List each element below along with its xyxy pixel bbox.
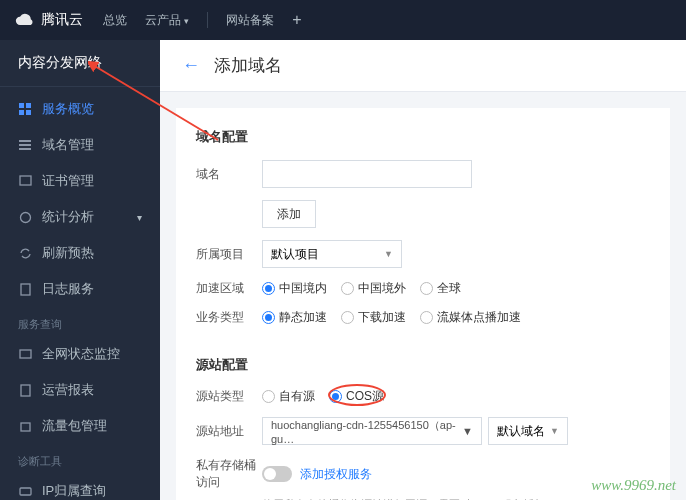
sidebar-item-monitor[interactable]: 全网状态监控: [0, 336, 160, 372]
grid-icon: [18, 102, 32, 116]
svg-rect-1: [26, 103, 31, 108]
sidebar-item-label: 刷新预热: [42, 244, 94, 262]
label-origin-type: 源站类型: [196, 388, 262, 405]
sidebar-item-report[interactable]: 运营报表: [0, 372, 160, 408]
sidebar-title: 内容分发网络: [0, 40, 160, 86]
chart-icon: [18, 210, 32, 224]
section-origin-config: 源站配置: [196, 356, 650, 374]
svg-rect-13: [20, 488, 31, 495]
sidebar-item-label: 证书管理: [42, 172, 94, 190]
sidebar-item-overview[interactable]: 服务概览: [0, 91, 160, 127]
doc-icon: [18, 282, 32, 296]
nav-plus-icon[interactable]: +: [292, 11, 301, 29]
sidebar-item-ip[interactable]: IP归属查询: [0, 473, 160, 500]
main-content: ← 添加域名 域名配置 域名 添加 所属项目 默认项目 ▼ 加速区域: [160, 40, 686, 500]
biz-radio-group: 静态加速 下载加速 流媒体点播加速: [262, 309, 521, 326]
sidebar: 内容分发网络 服务概览 域名管理 证书管理 统计分析 ▾ 刷新预热 日志服务 服…: [0, 40, 160, 500]
cert-icon: [18, 174, 32, 188]
radio-region-overseas[interactable]: 中国境外: [341, 280, 406, 297]
top-divider: [207, 12, 208, 28]
sidebar-group-query: 服务查询: [0, 307, 160, 336]
svg-rect-7: [20, 176, 31, 185]
svg-rect-10: [20, 350, 31, 358]
project-select[interactable]: 默认项目 ▼: [262, 240, 402, 268]
origin-type-radio-group: 自有源 COS源: [262, 388, 384, 405]
sidebar-group-diag: 诊断工具: [0, 444, 160, 473]
brand-text: 腾讯云: [41, 11, 83, 29]
svg-rect-9: [21, 284, 30, 295]
svg-rect-5: [19, 144, 31, 146]
sidebar-item-label: 流量包管理: [42, 417, 107, 435]
origin-addr-select[interactable]: huochangliang-cdn-1255456150（ap-gu… ▼: [262, 417, 482, 445]
refresh-icon: [18, 246, 32, 260]
nav-overview[interactable]: 总览: [103, 12, 127, 29]
label-project: 所属项目: [196, 246, 262, 263]
radio-region-global[interactable]: 全球: [420, 280, 461, 297]
list-icon: [18, 138, 32, 152]
svg-rect-3: [26, 110, 31, 115]
chevron-down-icon: ▼: [384, 249, 393, 259]
radio-biz-download[interactable]: 下载加速: [341, 309, 406, 326]
origin-default-select[interactable]: 默认域名 ▼: [488, 417, 568, 445]
chevron-down-icon: ▾: [137, 212, 142, 223]
radio-region-cn[interactable]: 中国境内: [262, 280, 327, 297]
section-domain-config: 域名配置: [196, 128, 650, 146]
cloud-logo-icon: [15, 10, 35, 30]
svg-rect-12: [21, 423, 30, 431]
sidebar-item-traffic[interactable]: 流量包管理: [0, 408, 160, 444]
sidebar-item-domain[interactable]: 域名管理: [0, 127, 160, 163]
back-arrow-icon[interactable]: ←: [182, 55, 200, 76]
sidebar-item-purge[interactable]: 刷新预热: [0, 235, 160, 271]
sidebar-item-label: 统计分析: [42, 208, 94, 226]
sidebar-item-label: 运营报表: [42, 381, 94, 399]
nav-products[interactable]: 云产品 ▾: [145, 12, 189, 29]
project-value: 默认项目: [271, 246, 319, 263]
svg-rect-4: [19, 140, 31, 142]
package-icon: [18, 419, 32, 433]
svg-rect-2: [19, 110, 24, 115]
label-region: 加速区域: [196, 280, 262, 297]
page-header: ← 添加域名: [160, 40, 686, 92]
monitor-icon: [18, 347, 32, 361]
svg-rect-6: [19, 148, 31, 150]
radio-origin-cos[interactable]: COS源: [329, 388, 384, 405]
radio-origin-self[interactable]: 自有源: [262, 388, 315, 405]
report-icon: [18, 383, 32, 397]
label-biz: 业务类型: [196, 309, 262, 326]
sidebar-item-label: 域名管理: [42, 136, 94, 154]
origin-addr-value: huochangliang-cdn-1255456150（ap-gu…: [271, 418, 462, 445]
svg-point-8: [20, 212, 30, 222]
chevron-down-icon: ▼: [462, 425, 473, 437]
domain-input[interactable]: [262, 160, 472, 188]
sidebar-item-cert[interactable]: 证书管理: [0, 163, 160, 199]
private-toggle[interactable]: [262, 466, 292, 482]
auth-link[interactable]: 添加授权服务: [300, 466, 372, 483]
radio-biz-vod[interactable]: 流媒体点播加速: [420, 309, 521, 326]
radio-biz-static[interactable]: 静态加速: [262, 309, 327, 326]
top-bar: 腾讯云 总览 云产品 ▾ 网站备案 +: [0, 0, 686, 40]
svg-rect-11: [21, 385, 30, 396]
sidebar-item-label: 日志服务: [42, 280, 94, 298]
sidebar-item-label: 服务概览: [42, 100, 94, 118]
sidebar-divider: [0, 86, 160, 87]
svg-rect-0: [19, 103, 24, 108]
chevron-down-icon: ▼: [550, 426, 559, 436]
label-domain: 域名: [196, 166, 262, 183]
region-radio-group: 中国境内 中国境外 全球: [262, 280, 461, 297]
sidebar-item-label: 全网状态监控: [42, 345, 120, 363]
form-panel: 域名配置 域名 添加 所属项目 默认项目 ▼ 加速区域 中国境内 中: [176, 108, 670, 500]
label-origin-addr: 源站地址: [196, 423, 262, 440]
page-title: 添加域名: [214, 54, 282, 77]
ip-icon: [18, 484, 32, 498]
sidebar-item-log[interactable]: 日志服务: [0, 271, 160, 307]
label-private: 私有存储桶访问: [196, 457, 262, 491]
add-button[interactable]: 添加: [262, 200, 316, 228]
sidebar-item-stats[interactable]: 统计分析 ▾: [0, 199, 160, 235]
nav-beian[interactable]: 网站备案: [226, 12, 274, 29]
sidebar-item-label: IP归属查询: [42, 482, 106, 500]
